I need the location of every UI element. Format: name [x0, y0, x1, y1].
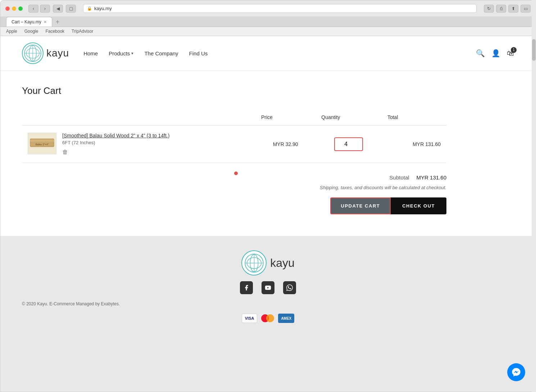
scrollbar-track: [532, 0, 536, 392]
forward-button[interactable]: ›: [40, 5, 50, 13]
quantity-input[interactable]: [334, 137, 363, 151]
scrollbar-thumb[interactable]: [532, 39, 536, 61]
product-quantity-cell: [315, 126, 382, 163]
whatsapp-social-icon[interactable]: [283, 281, 296, 294]
cart-footer: Subtotal MYR 131.60 Shipping, taxes, and…: [22, 170, 446, 214]
products-chevron-icon: ▾: [131, 51, 133, 56]
subtotal-amount: MYR 131.60: [417, 174, 446, 181]
footer-logo-text: kayu: [270, 256, 295, 270]
expand-button[interactable]: ▭: [521, 5, 531, 13]
address-bar[interactable]: 🔒 kayu.my: [83, 4, 477, 13]
tab-bar: Cart – Kayu.my ✕ +: [0, 17, 536, 27]
page-title: Your Cart: [22, 85, 446, 96]
logo-text: kayu: [46, 47, 69, 59]
logo-area[interactable]: kayu: [22, 42, 69, 64]
browser-right-controls: ↻ ⎙ ⬆ ▭: [484, 5, 531, 13]
th-price: Price: [255, 111, 315, 126]
bookmark-google[interactable]: Google: [24, 29, 38, 34]
product-image: Balau 2"×4": [28, 133, 56, 154]
nav-buttons: ‹ ›: [28, 5, 50, 13]
print-button[interactable]: ⎙: [496, 5, 506, 13]
th-quantity: Quantity: [315, 111, 382, 126]
logo-circle: [22, 42, 44, 64]
youtube-social-icon[interactable]: [262, 281, 274, 294]
reload-button[interactable]: ↻: [484, 5, 494, 13]
svg-text:Balau 2"×4": Balau 2"×4": [36, 143, 49, 146]
close-window-button[interactable]: [5, 6, 10, 11]
delete-item-icon[interactable]: 🗑: [62, 149, 169, 155]
nav-home[interactable]: Home: [83, 50, 98, 56]
footer-payment: VISA AMEX: [242, 314, 295, 323]
site-footer: kayu © 2020 Kayu. E-Commerce Managed by …: [0, 236, 536, 334]
bookmark-tripadvisor[interactable]: TripAdvisor: [72, 29, 93, 34]
cart-table: Price Quantity Total: [22, 111, 446, 163]
product-info: [Smoothed] Balau Solid Wood 2" x 4" (3 t…: [62, 133, 169, 155]
footer-logo-circle: [241, 250, 267, 275]
account-icon[interactable]: 👤: [491, 49, 500, 58]
nav-find-us[interactable]: Find Us: [189, 50, 208, 56]
th-total: Total: [382, 111, 446, 126]
cart-actions: UPDATE CART CHECK OUT: [330, 197, 446, 214]
subtotal-row: Subtotal MYR 131.60: [390, 174, 446, 181]
bookmarks-bar: Apple Google Facebook TripAdvisor: [0, 27, 536, 36]
footer-top: kayu: [22, 250, 514, 294]
shipping-note: Shipping, taxes, and discounts will be c…: [320, 185, 446, 190]
footer-social: [240, 281, 296, 294]
bookmark-facebook[interactable]: Facebook: [45, 29, 64, 34]
visa-payment-icon: VISA: [242, 314, 258, 323]
messenger-button[interactable]: [507, 363, 525, 381]
minimize-window-button[interactable]: [12, 6, 16, 11]
product-price: MYR 32.90: [255, 126, 315, 163]
footer-logo[interactable]: kayu: [241, 250, 295, 275]
window-controls: [5, 6, 23, 11]
tab-close-icon[interactable]: ✕: [44, 20, 47, 24]
site-header: kayu Home Products ▾ The Company Find Us…: [0, 36, 536, 71]
subtotal-label: Subtotal: [390, 174, 409, 181]
back-button[interactable]: ‹: [28, 5, 38, 13]
checkout-button[interactable]: CHECK OUT: [391, 197, 446, 214]
footer-copyright: © 2020 Kayu. E-Commerce Managed by Exaby…: [22, 301, 120, 306]
svg-point-15: [266, 314, 274, 322]
update-cart-button[interactable]: UPDATE CART: [330, 197, 391, 214]
cart-badge: 1: [511, 47, 517, 53]
url-text: kayu.my: [94, 6, 112, 11]
table-row: Balau 2"×4" [Smoothed] Balau Solid Wood …: [22, 126, 446, 163]
product-total: MYR 131.60: [382, 126, 446, 163]
site-nav: Home Products ▾ The Company Find Us: [83, 50, 476, 56]
history-button[interactable]: ◀: [53, 5, 63, 13]
product-variant: 6FT (72 Inches): [62, 140, 169, 145]
cart-icon[interactable]: 🛍 1: [507, 49, 514, 58]
th-product: [22, 111, 255, 126]
spinner-dot: [234, 172, 238, 175]
product-cell: Balau 2"×4" [Smoothed] Balau Solid Wood …: [22, 126, 255, 163]
maximize-window-button[interactable]: [18, 6, 23, 11]
header-icons: 🔍 👤 🛍 1: [476, 49, 514, 58]
svg-rect-6: [30, 140, 54, 142]
current-tab[interactable]: Cart – Kayu.my ✕: [6, 17, 52, 27]
mastercard-payment-icon: [260, 314, 275, 323]
search-icon[interactable]: 🔍: [476, 49, 485, 58]
main-content: Your Cart Price Quantity Total: [0, 71, 468, 236]
lock-icon: 🔒: [87, 6, 92, 11]
table-header-row: Price Quantity Total: [22, 111, 446, 126]
share-button[interactable]: ⬆: [508, 5, 518, 13]
tab-title: Cart – Kayu.my: [12, 19, 41, 24]
new-tab-button[interactable]: +: [56, 19, 60, 25]
product-name[interactable]: [Smoothed] Balau Solid Wood 2" x 4" (3 t…: [62, 133, 169, 138]
nav-company[interactable]: The Company: [144, 50, 178, 56]
facebook-social-icon[interactable]: [240, 281, 253, 294]
page-content: kayu Home Products ▾ The Company Find Us…: [0, 36, 536, 334]
bookmark-apple[interactable]: Apple: [6, 29, 17, 34]
tab-view-button[interactable]: ▢: [66, 5, 76, 13]
nav-products[interactable]: Products ▾: [109, 50, 133, 56]
browser-window: ‹ › ◀ ▢ 🔒 kayu.my ↻ ⎙ ⬆ ▭ Cart – Kayu.my…: [0, 0, 536, 392]
amex-payment-icon: AMEX: [278, 314, 294, 323]
browser-titlebar: ‹ › ◀ ▢ 🔒 kayu.my ↻ ⎙ ⬆ ▭: [0, 0, 536, 17]
